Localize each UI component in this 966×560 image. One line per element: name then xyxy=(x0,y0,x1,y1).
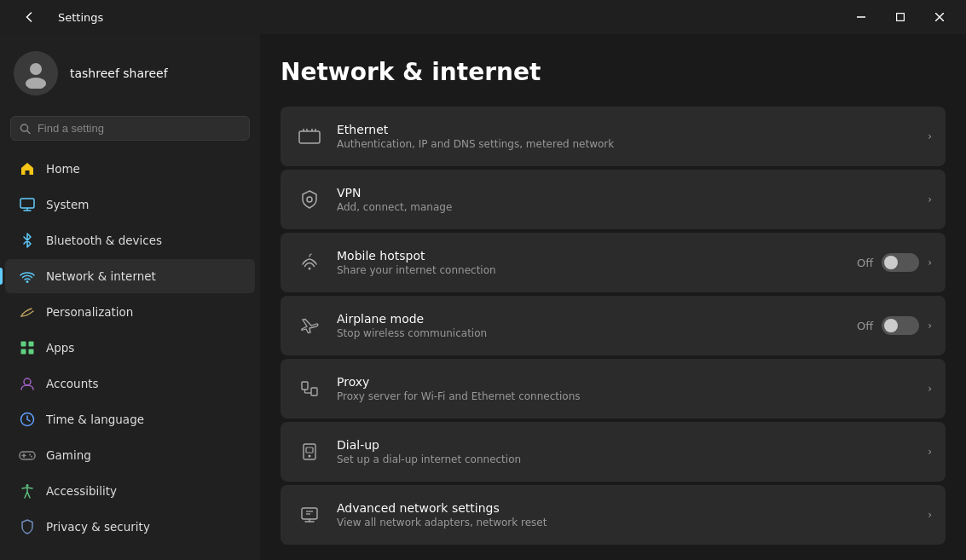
hotspot-text: Mobile hotspot Share your internet conne… xyxy=(337,249,857,276)
time-icon xyxy=(19,411,36,428)
sidebar-item-accounts[interactable]: Accounts xyxy=(5,367,255,401)
dialup-title: Dial-up xyxy=(337,438,928,452)
sidebar-item-accessibility[interactable]: Accessibility xyxy=(5,474,255,508)
svg-point-30 xyxy=(309,268,311,270)
chevron-icon: › xyxy=(928,446,932,458)
dialup-text: Dial-up Set up a dial-up internet connec… xyxy=(337,438,928,465)
sidebar-item-label: Gaming xyxy=(46,448,91,462)
sidebar-item-label: Accessibility xyxy=(46,484,117,498)
page-title: Network & internet xyxy=(281,58,946,86)
dialup-icon xyxy=(294,436,325,467)
toggle-knob xyxy=(884,319,898,332)
ethernet-title: Ethernet xyxy=(337,123,928,136)
advanced-icon xyxy=(294,499,325,530)
chevron-icon: › xyxy=(928,383,932,395)
hotspot-toggle[interactable] xyxy=(882,253,919,272)
airplane-toggle[interactable] xyxy=(882,316,919,335)
svg-point-21 xyxy=(29,454,31,456)
avatar xyxy=(14,51,58,95)
minimize-button[interactable] xyxy=(842,3,881,31)
svg-point-23 xyxy=(26,484,29,487)
hotspot-toggle-label: Off xyxy=(857,257,873,269)
sidebar-item-label: Network & internet xyxy=(46,269,156,283)
svg-rect-1 xyxy=(897,14,905,21)
hotspot-setting[interactable]: Mobile hotspot Share your internet conne… xyxy=(281,233,946,292)
sidebar-item-network[interactable]: Network & internet xyxy=(5,259,255,293)
gaming-icon xyxy=(19,447,36,464)
airplane-setting[interactable]: Airplane mode Stop wireless communicatio… xyxy=(281,296,946,355)
toggle-knob xyxy=(884,256,898,269)
personalization-icon xyxy=(19,303,36,320)
sidebar-item-system[interactable]: System xyxy=(5,188,255,222)
sidebar-item-label: Bluetooth & devices xyxy=(46,234,162,247)
advanced-right: › xyxy=(928,509,932,521)
search-input[interactable] xyxy=(38,122,240,135)
sidebar-item-label: Personalization xyxy=(46,305,133,319)
dialup-right: › xyxy=(928,446,932,458)
sidebar-item-label: Time & language xyxy=(46,413,144,426)
maximize-button[interactable] xyxy=(881,3,920,31)
proxy-title: Proxy xyxy=(337,375,928,389)
network-icon xyxy=(19,268,36,285)
svg-point-29 xyxy=(307,197,312,202)
advanced-desc: View all network adapters, network reset xyxy=(337,517,928,528)
airplane-desc: Stop wireless communication xyxy=(337,327,857,339)
chevron-icon: › xyxy=(928,257,932,268)
main-content: Network & internet Ethernet Authenticati… xyxy=(260,34,966,560)
ethernet-desc: Authentication, IP and DNS settings, met… xyxy=(337,138,928,150)
chevron-icon: › xyxy=(928,509,932,521)
vpn-text: VPN Add, connect, manage xyxy=(337,186,928,213)
svg-point-16 xyxy=(24,378,31,385)
hotspot-right: Off › xyxy=(857,253,932,272)
sidebar-item-label: Privacy & security xyxy=(46,520,150,534)
search-container xyxy=(0,109,260,151)
proxy-setting[interactable]: Proxy Proxy server for Wi-Fi and Etherne… xyxy=(281,359,946,419)
svg-rect-37 xyxy=(306,447,313,453)
svg-rect-14 xyxy=(21,349,26,355)
sidebar-item-label: Apps xyxy=(46,341,74,355)
airplane-icon xyxy=(294,310,325,341)
svg-point-4 xyxy=(30,63,42,75)
profile-section[interactable]: tashreef shareef xyxy=(0,34,260,109)
svg-rect-15 xyxy=(29,349,34,355)
advanced-title: Advanced network settings xyxy=(337,501,928,515)
system-icon xyxy=(19,196,36,213)
airplane-title: Airplane mode xyxy=(337,312,857,326)
sidebar-item-time[interactable]: Time & language xyxy=(5,402,255,436)
svg-rect-0 xyxy=(857,16,865,18)
sidebar-item-gaming[interactable]: Gaming xyxy=(5,438,255,472)
sidebar-item-label: Home xyxy=(46,162,80,176)
titlebar-left: Settings xyxy=(10,3,103,31)
hotspot-desc: Share your internet connection xyxy=(337,264,857,276)
svg-point-5 xyxy=(26,78,46,89)
search-box[interactable] xyxy=(10,116,250,141)
sidebar-item-home[interactable]: Home xyxy=(5,152,255,186)
profile-name: tashreef shareef xyxy=(70,66,168,80)
close-button[interactable] xyxy=(920,3,959,31)
sidebar-item-bluetooth[interactable]: Bluetooth & devices xyxy=(5,223,255,257)
vpn-setting[interactable]: VPN Add, connect, manage › xyxy=(281,170,946,229)
sidebar-item-personalization[interactable]: Personalization xyxy=(5,295,255,329)
svg-rect-32 xyxy=(311,388,317,395)
search-icon xyxy=(20,123,31,135)
dialup-setting[interactable]: Dial-up Set up a dial-up internet connec… xyxy=(281,422,946,482)
accounts-icon xyxy=(19,375,36,392)
hotspot-icon xyxy=(294,247,325,278)
svg-point-11 xyxy=(26,280,29,283)
airplane-toggle-label: Off xyxy=(857,320,873,332)
advanced-text: Advanced network settings View all netwo… xyxy=(337,501,928,528)
vpn-icon xyxy=(294,184,325,215)
advanced-setting[interactable]: Advanced network settings View all netwo… xyxy=(281,485,946,545)
titlebar: Settings xyxy=(0,0,966,34)
apps-icon xyxy=(19,339,36,356)
svg-rect-12 xyxy=(21,342,26,347)
ethernet-setting[interactable]: Ethernet Authentication, IP and DNS sett… xyxy=(281,107,946,166)
sidebar-item-apps[interactable]: Apps xyxy=(5,331,255,365)
svg-rect-13 xyxy=(29,342,34,347)
back-button[interactable] xyxy=(10,3,49,31)
sidebar-item-privacy[interactable]: Privacy & security xyxy=(5,510,255,544)
vpn-right: › xyxy=(928,193,932,205)
chevron-icon: › xyxy=(928,193,932,205)
sidebar-item-label: Accounts xyxy=(46,377,99,390)
svg-rect-31 xyxy=(302,382,308,390)
